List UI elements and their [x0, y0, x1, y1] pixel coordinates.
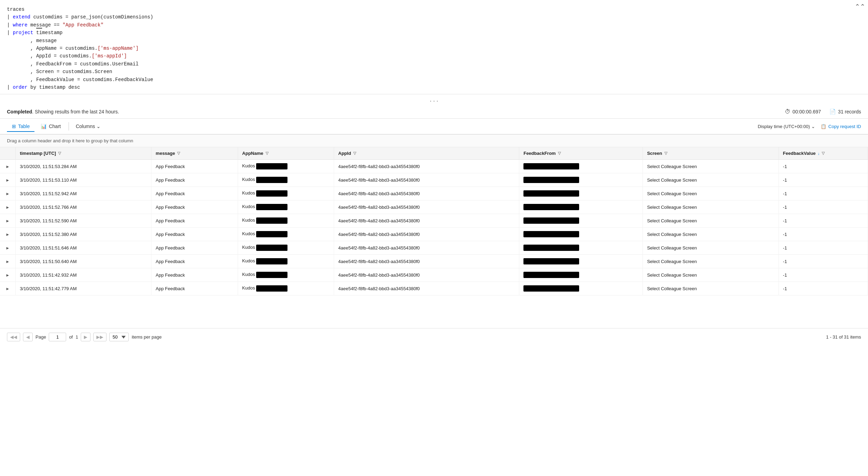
expand-button-5[interactable]: ► — [4, 232, 11, 237]
filter-icon-feedbackfrom[interactable]: ▽ — [558, 151, 561, 156]
col-header-feedbackvalue[interactable]: FeedbackValue ↓ ▽ — [779, 147, 868, 160]
of-label: of — [69, 334, 73, 340]
filter-icon-feedbackvalue[interactable]: ▽ — [822, 151, 824, 156]
row-feedbackvalue-0: -1 — [779, 160, 868, 173]
col-header-message[interactable]: message ▽ — [151, 147, 238, 160]
feedbackfrom-redacted-7 — [523, 258, 579, 264]
expand-button-6[interactable]: ► — [4, 246, 11, 251]
row-appname-3: Kudos — [238, 200, 334, 214]
col-header-appname[interactable]: AppName ▽ — [238, 147, 334, 160]
first-page-button[interactable]: ◀◀ — [7, 333, 20, 341]
row-appid-7: 4aee54f2-f8fb-4a82-bbd3-aa34554380f0 — [334, 255, 519, 268]
chevron-down-icon: ⌄ — [96, 124, 101, 129]
tab-chart[interactable]: 📊 Chart — [36, 121, 65, 132]
row-expand-2[interactable]: ► — [0, 187, 15, 200]
results-table-wrapper[interactable]: timestamp [UTC] ▽ message ▽ AppName — [0, 147, 868, 328]
expand-button-0[interactable]: ► — [4, 164, 11, 169]
row-appid-1: 4aee54f2-f8fb-4a82-bbd3-aa34554380f0 — [334, 173, 519, 187]
table-row[interactable]: ► 3/10/2020, 11:51:51.646 AM App Feedbac… — [0, 241, 868, 255]
row-screen-9: Select Colleague Screen — [643, 282, 779, 295]
row-timestamp-4: 3/10/2020, 11:51:52.590 AM — [15, 214, 151, 228]
table-icon: ⊞ — [12, 124, 16, 129]
prev-page-button[interactable]: ◀ — [23, 333, 33, 341]
next-page-button[interactable]: ▶ — [81, 333, 90, 341]
col-header-screen[interactable]: Screen ▽ — [643, 147, 779, 160]
appname-redacted-3 — [256, 204, 287, 210]
table-row[interactable]: ► 3/10/2020, 11:51:53.110 AM App Feedbac… — [0, 173, 868, 187]
collapse-editor-button[interactable]: ⌃⌃ — [855, 3, 865, 10]
status-bar: Completed. Showing results from the last… — [0, 105, 868, 119]
display-time-button[interactable]: Display time (UTC+00:00) ⌄ — [758, 124, 815, 129]
expand-button-3[interactable]: ► — [4, 205, 11, 210]
appname-redacted-8 — [256, 272, 287, 278]
row-expand-9[interactable]: ► — [0, 282, 15, 295]
tab-chart-label: Chart — [49, 124, 61, 129]
query-line-11: | order by timestamp desc — [7, 84, 861, 91]
query-line-7: , AppId = customdims.['ms-appId'] — [7, 52, 861, 60]
row-feedbackvalue-2: -1 — [779, 187, 868, 200]
table-row[interactable]: ► 3/10/2020, 11:51:53.284 AM App Feedbac… — [0, 160, 868, 173]
col-appid-label: AppId — [338, 151, 351, 156]
filter-icon-timestamp[interactable]: ▽ — [58, 151, 61, 156]
row-expand-8[interactable]: ► — [0, 268, 15, 282]
page-label: Page — [35, 334, 46, 340]
table-row[interactable]: ► 3/10/2020, 11:51:50.640 AM App Feedbac… — [0, 255, 868, 268]
table-row[interactable]: ► 3/10/2020, 11:51:42.932 AM App Feedbac… — [0, 268, 868, 282]
tab-table-label: Table — [18, 124, 30, 129]
row-message-9: App Feedback — [151, 282, 238, 295]
query-line-9: , Screen = customdims.Screen — [7, 68, 861, 76]
of-value: 1 — [76, 334, 78, 340]
col-timestamp-label: timestamp [UTC] — [20, 151, 56, 156]
pagination-bar: ◀◀ ◀ Page of 1 ▶ ▶▶ 10 25 50 100 200 ite… — [0, 328, 868, 346]
table-row[interactable]: ► 3/10/2020, 11:51:42.779 AM App Feedbac… — [0, 282, 868, 295]
expand-button-4[interactable]: ► — [4, 219, 11, 223]
row-feedbackvalue-1: -1 — [779, 173, 868, 187]
filter-icon-screen[interactable]: ▽ — [664, 151, 667, 156]
expand-button-1[interactable]: ► — [4, 178, 11, 183]
row-timestamp-3: 3/10/2020, 11:51:52.766 AM — [15, 200, 151, 214]
row-feedbackvalue-7: -1 — [779, 255, 868, 268]
row-feedbackvalue-5: -1 — [779, 228, 868, 241]
expand-button-8[interactable]: ► — [4, 273, 11, 278]
row-appid-0: 4aee54f2-f8fb-4a82-bbd3-aa34554380f0 — [334, 160, 519, 173]
row-appname-2: Kudos — [238, 187, 334, 200]
row-expand-5[interactable]: ► — [0, 228, 15, 241]
filter-icon-appname[interactable]: ▽ — [266, 151, 268, 156]
row-expand-7[interactable]: ► — [0, 255, 15, 268]
table-row[interactable]: ► 3/10/2020, 11:51:52.766 AM App Feedbac… — [0, 200, 868, 214]
expand-button-2[interactable]: ► — [4, 191, 11, 196]
row-timestamp-8: 3/10/2020, 11:51:42.932 AM — [15, 268, 151, 282]
row-feedbackfrom-0 — [519, 160, 643, 173]
col-header-timestamp[interactable]: timestamp [UTC] ▽ — [15, 147, 151, 160]
row-expand-3[interactable]: ► — [0, 200, 15, 214]
filter-icon-message[interactable]: ▽ — [177, 151, 180, 156]
columns-button[interactable]: Columns ⌄ — [72, 121, 105, 131]
last-page-button[interactable]: ▶▶ — [93, 333, 106, 341]
row-feedbackfrom-4 — [519, 214, 643, 228]
per-page-select[interactable]: 10 25 50 100 200 — [109, 333, 129, 341]
feedbackfrom-redacted-0 — [523, 163, 579, 169]
col-header-feedbackfrom[interactable]: FeedbackFrom ▽ — [519, 147, 643, 160]
tab-table[interactable]: ⊞ Table — [7, 121, 34, 132]
appname-redacted-0 — [256, 163, 287, 169]
row-expand-1[interactable]: ► — [0, 173, 15, 187]
table-row[interactable]: ► 3/10/2020, 11:51:52.942 AM App Feedbac… — [0, 187, 868, 200]
status-message: Completed. Showing results from the last… — [7, 109, 119, 114]
page-input[interactable] — [49, 333, 66, 341]
row-expand-6[interactable]: ► — [0, 241, 15, 255]
expand-button-9[interactable]: ► — [4, 286, 11, 291]
appname-redacted-7 — [256, 258, 287, 264]
table-row[interactable]: ► 3/10/2020, 11:51:52.380 AM App Feedbac… — [0, 228, 868, 241]
feedbackfrom-redacted-2 — [523, 190, 579, 197]
status-completed: Completed — [7, 109, 32, 114]
row-expand-0[interactable]: ► — [0, 160, 15, 173]
col-header-appid[interactable]: AppId ▽ — [334, 147, 519, 160]
filter-icon-appid[interactable]: ▽ — [353, 151, 356, 156]
row-expand-4[interactable]: ► — [0, 214, 15, 228]
expand-button-7[interactable]: ► — [4, 259, 11, 264]
row-appid-4: 4aee54f2-f8fb-4a82-bbd3-aa34554380f0 — [334, 214, 519, 228]
sort-icon-feedbackvalue[interactable]: ↓ — [818, 151, 820, 156]
copy-request-button[interactable]: 📋 Copy request ID — [821, 124, 861, 129]
records-display: 📄 31 records — [829, 109, 861, 115]
table-row[interactable]: ► 3/10/2020, 11:51:52.590 AM App Feedbac… — [0, 214, 868, 228]
